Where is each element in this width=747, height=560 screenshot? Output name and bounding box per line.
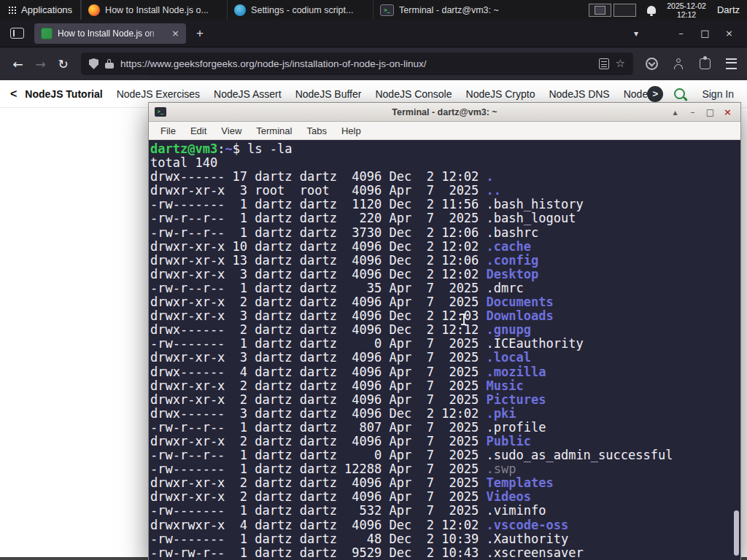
extensions-icon[interactable]: [700, 58, 711, 69]
url-bar[interactable]: https://www.geeksforgeeks.org/node-js/in…: [81, 52, 633, 75]
window-restore-button[interactable]: □: [693, 28, 717, 39]
desktop-top-panel: Applications How to Install Node.js o...…: [0, 0, 747, 20]
terminal-menu-view[interactable]: View: [214, 125, 249, 136]
reload-button[interactable]: ↻: [52, 53, 74, 75]
terminal-line: drwxr-xr-x 3 dartz dartz 4096 Apr 7 2025…: [150, 351, 740, 365]
terminal-line: -rw-r--r-- 1 dartz dartz 0 Apr 7 2025 .s…: [150, 448, 740, 462]
terminal-menu-file[interactable]: File: [153, 125, 183, 136]
terminal-menu-help[interactable]: Help: [334, 125, 368, 136]
window-minimize-button[interactable]: –: [669, 28, 693, 39]
new-tab-button[interactable]: +: [196, 26, 204, 41]
site-nav-item[interactable]: NodeJS Buffer: [295, 88, 362, 100]
panel-right-area: 2025-12-02 12:12 Dartz: [589, 0, 747, 20]
site-nav-item[interactable]: Node: [624, 88, 648, 100]
menu-hamburger-icon[interactable]: [726, 58, 737, 69]
terminal-scrollbar-thumb[interactable]: [734, 510, 739, 556]
browser-toolbar: ← → ↻ https://www.geeksforgeeks.org/node…: [0, 47, 747, 80]
terminal-line: -rw------- 1 dartz dartz 532 Apr 7 2025 …: [150, 504, 740, 518]
applications-label: Applications: [21, 4, 72, 15]
terminal-line: drwxr-xr-x 2 dartz dartz 4096 Apr 7 2025…: [150, 379, 740, 393]
terminal-menu-tabs[interactable]: Tabs: [299, 125, 333, 136]
site-nav-item[interactable]: NodeJS Crypto: [466, 88, 535, 100]
site-nav-item[interactable]: NodeJS Exercises: [117, 88, 200, 100]
terminal-line: -rw------- 1 dartz dartz 48 Dec 2 10:39 …: [150, 532, 740, 546]
browser-window-controls: – □ ×: [669, 28, 741, 39]
terminal-title: Terminal - dartz@vm3: ~: [149, 107, 740, 117]
tab-close-icon[interactable]: ×: [171, 28, 179, 39]
search-icon[interactable]: [674, 88, 685, 99]
window-close-button[interactable]: ×: [717, 28, 741, 39]
url-text[interactable]: https://www.geeksforgeeks.org/node-js/in…: [120, 58, 592, 69]
site-nav-item[interactable]: NodeJS Assert: [214, 88, 282, 100]
terminal-line: drwxr-xr-x 13 dartz dartz 4096 Dec 2 12:…: [150, 254, 740, 268]
forward-button[interactable]: →: [29, 53, 52, 75]
terminal-menu-edit[interactable]: Edit: [183, 125, 214, 136]
panel-clock[interactable]: 2025-12-02 12:12: [667, 1, 706, 19]
terminal-line: drwx------ 3 dartz dartz 4096 Dec 2 12:0…: [150, 407, 740, 421]
terminal-line: drwxr-xr-x 2 dartz dartz 4096 Apr 7 2025…: [150, 435, 740, 448]
browser-tab-active[interactable]: How to Install Node.js on ×: [34, 23, 186, 44]
tracking-shield-icon[interactable]: [89, 58, 98, 69]
bookmark-star-icon[interactable]: ☆: [616, 58, 625, 69]
terminal-minimize-button[interactable]: –: [686, 107, 699, 117]
applications-menu-button[interactable]: Applications: [0, 0, 80, 20]
terminal-close-button[interactable]: ×: [721, 106, 734, 117]
terminal-line: -rw-r--r-- 1 dartz dartz 220 Apr 7 2025 …: [150, 211, 740, 225]
list-all-tabs-icon[interactable]: ▾: [634, 28, 638, 39]
terminal-line: -rw------- 1 dartz dartz 0 Apr 7 2025 .I…: [150, 337, 740, 351]
site-nav-item[interactable]: NodeJS DNS: [549, 88, 609, 100]
terminal-line: drwx------ 17 dartz dartz 4096 Dec 2 12:…: [150, 170, 740, 184]
nav-scroll-right-button[interactable]: >: [647, 86, 663, 102]
taskbar-item-codium[interactable]: Settings - codium script...: [227, 0, 373, 20]
terminal-window: >_ Terminal - dartz@vm3: ~ ▴ – □ × FileE…: [148, 102, 741, 560]
terminal-line: -rw-r--r-- 1 dartz dartz 3730 Dec 2 12:0…: [150, 226, 740, 240]
taskbar-item-label: Settings - codium script...: [251, 5, 353, 15]
terminal-window-controls: ▴ – □ ×: [669, 106, 734, 117]
firefox-icon: [88, 4, 100, 16]
nav-scroll-right-icon: >: [653, 88, 659, 99]
taskbar-item-label: How to Install Node.js o...: [105, 5, 209, 15]
terminal-line: drwx------ 4 dartz dartz 4096 Apr 7 2025…: [150, 365, 740, 379]
panel-username[interactable]: Dartz: [717, 4, 740, 15]
tab-title: How to Install Node.js on: [58, 28, 166, 39]
site-nav-right: > Sign In: [647, 86, 737, 102]
account-icon[interactable]: [673, 58, 684, 69]
workspace-2[interactable]: [614, 4, 636, 17]
taskbar-item-label: Terminal - dartz@vm3: ~: [399, 5, 499, 15]
terminal-line: drwxrwxr-x 4 dartz dartz 4096 Dec 2 12:0…: [150, 518, 740, 532]
terminal-line: drwxr-xr-x 2 dartz dartz 4096 Apr 7 2025…: [150, 393, 740, 407]
terminal-titlebar[interactable]: >_ Terminal - dartz@vm3: ~ ▴ – □ ×: [149, 103, 740, 122]
applications-grid-icon: [8, 6, 16, 14]
geeksforgeeks-favicon: [41, 28, 53, 39]
terminal-menu-terminal[interactable]: Terminal: [249, 125, 299, 136]
terminal-line: drwxr-xr-x 2 dartz dartz 4096 Apr 7 2025…: [150, 476, 740, 490]
terminal-shade-button[interactable]: ▴: [669, 107, 681, 117]
workspace-window-preview: [595, 6, 605, 15]
taskbar-item-firefox[interactable]: How to Install Node.js o...: [81, 0, 227, 20]
terminal-line: dartz@vm3:~$ ls -la: [150, 142, 740, 156]
terminal-line: total 140: [150, 156, 740, 170]
browser-tab-bar: How to Install Node.js on × + ▾ – □ ×: [0, 20, 747, 47]
clock-time: 12:12: [677, 10, 696, 19]
sign-in-button[interactable]: Sign In: [699, 88, 737, 100]
site-nav-item[interactable]: NodeJS Tutorial: [25, 88, 102, 100]
notification-bell-icon[interactable]: [647, 6, 656, 14]
reader-mode-icon[interactable]: [599, 58, 609, 69]
workspace-switcher[interactable]: [589, 4, 636, 17]
site-nav-items: NodeJS TutorialNodeJS ExercisesNodeJS As…: [25, 88, 647, 100]
site-nav-item[interactable]: NodeJS Console: [375, 88, 452, 100]
terminal-line: drwxr-xr-x 10 dartz dartz 4096 Dec 2 12:…: [150, 240, 740, 254]
terminal-content[interactable]: dartz@vm3:~$ ls -latotal 140drwx------ 1…: [149, 140, 740, 560]
nav-scroll-left-icon[interactable]: <: [10, 88, 17, 101]
firefox-view-icon[interactable]: [10, 28, 24, 39]
terminal-line: drwxr-xr-x 2 dartz dartz 4096 Apr 7 2025…: [150, 295, 740, 309]
terminal-maximize-button[interactable]: □: [704, 107, 716, 117]
terminal-line: -rw-rw-r-- 1 dartz dartz 9529 Dec 2 10:4…: [150, 546, 740, 560]
workspace-1[interactable]: [589, 4, 611, 17]
terminal-line: drwxr-xr-x 3 root root 4096 Apr 7 2025 .…: [150, 184, 740, 198]
taskbar-item-terminal[interactable]: >_Terminal - dartz@vm3: ~: [373, 0, 519, 20]
terminal-line: drwxr-xr-x 2 dartz dartz 4096 Apr 7 2025…: [150, 490, 740, 504]
lock-icon[interactable]: [105, 59, 114, 69]
pocket-save-icon[interactable]: [646, 58, 658, 70]
back-button[interactable]: ←: [7, 53, 29, 75]
